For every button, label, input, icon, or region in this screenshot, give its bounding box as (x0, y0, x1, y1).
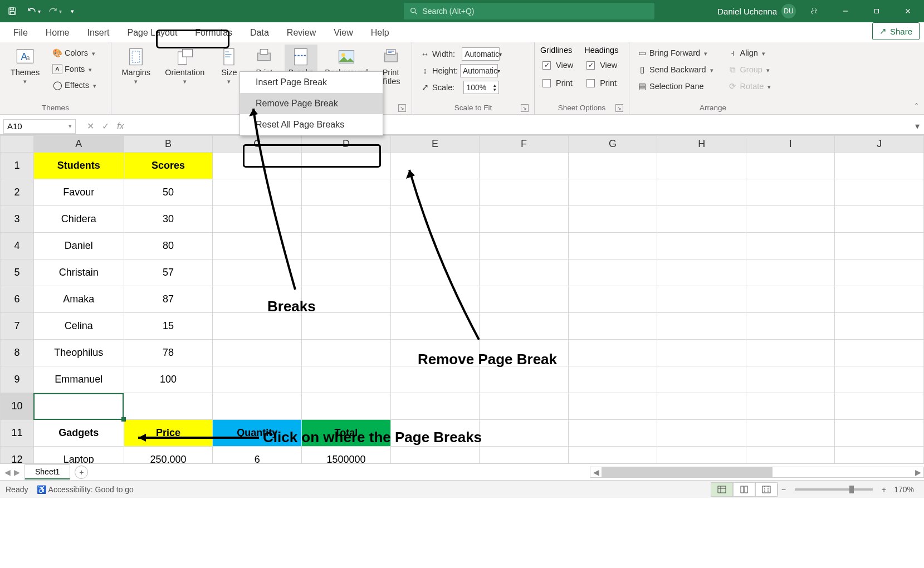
cell-D6[interactable] (302, 286, 391, 313)
fonts-button[interactable]: AFonts (50, 62, 99, 76)
cell-E7[interactable] (390, 313, 480, 340)
cell-B4[interactable]: 80 (124, 233, 213, 259)
row-header-7[interactable]: 7 (1, 313, 34, 340)
cell-G9[interactable] (568, 366, 657, 393)
row-header-1[interactable]: 1 (1, 153, 34, 179)
fx-icon[interactable]: fx (117, 121, 124, 131)
sheet-prev-icon[interactable]: ◀ (4, 468, 11, 477)
scale-spinner[interactable]: 100%▴▾ (463, 81, 499, 94)
cell-E10[interactable] (390, 393, 480, 420)
cell-J9[interactable] (835, 366, 924, 393)
cell-J8[interactable] (835, 340, 924, 366)
cell-I2[interactable] (746, 179, 835, 206)
user-account[interactable]: Daniel Uchenna DU (717, 4, 796, 18)
cell-D8[interactable] (302, 340, 391, 366)
headings-print-checkbox[interactable]: Print (584, 76, 619, 90)
cell-J4[interactable] (835, 233, 924, 259)
mode-switch-icon[interactable] (801, 0, 827, 22)
cell-I4[interactable] (746, 233, 835, 259)
cell-I11[interactable] (746, 420, 835, 447)
cell-G4[interactable] (568, 233, 657, 259)
tab-review[interactable]: Review (278, 23, 325, 42)
cell-B9[interactable]: 100 (124, 366, 213, 393)
enter-formula-icon[interactable]: ✓ (102, 121, 109, 131)
horizontal-scrollbar[interactable]: ◀ ▶ (590, 467, 924, 478)
view-page-layout-button[interactable] (733, 482, 755, 497)
cell-J3[interactable] (835, 206, 924, 233)
cell-I9[interactable] (746, 366, 835, 393)
row-header-10[interactable]: 10 (1, 393, 34, 420)
cell-H2[interactable] (657, 179, 746, 206)
tab-file[interactable]: File (4, 23, 37, 42)
cell-D11[interactable]: Total (302, 420, 391, 447)
cell-F2[interactable] (480, 179, 569, 206)
cell-D10[interactable] (302, 393, 391, 420)
cell-G8[interactable] (568, 340, 657, 366)
tab-data[interactable]: Data (241, 23, 278, 42)
align-button[interactable]: ⫞Align (726, 46, 774, 60)
row-header-8[interactable]: 8 (1, 340, 34, 366)
cell-A4[interactable]: Daniel (33, 233, 124, 259)
zoom-in-button[interactable]: + (878, 485, 889, 494)
row-header-3[interactable]: 3 (1, 206, 34, 233)
tab-formulas[interactable]: Formulas (186, 23, 241, 42)
cell-D1[interactable] (302, 153, 391, 179)
cell-A9[interactable]: Emmanuel (33, 366, 124, 393)
cell-I3[interactable] (746, 206, 835, 233)
margins-button[interactable]: Margins▾ (117, 45, 155, 87)
headings-view-checkbox[interactable]: View (584, 58, 619, 72)
cell-H11[interactable] (657, 420, 746, 447)
cell-F8[interactable] (480, 340, 569, 366)
row-header-5[interactable]: 5 (1, 259, 34, 286)
cell-C3[interactable] (213, 206, 302, 233)
cell-D4[interactable] (302, 233, 391, 259)
column-header-B[interactable]: B (124, 136, 213, 153)
zoom-level[interactable]: 170% (889, 485, 918, 494)
cell-B7[interactable]: 15 (124, 313, 213, 340)
cell-G12[interactable] (568, 447, 657, 464)
cell-F10[interactable] (480, 393, 569, 420)
sheet-next-icon[interactable]: ▶ (14, 468, 20, 477)
cell-F3[interactable] (480, 206, 569, 233)
tab-insert[interactable]: Insert (78, 23, 118, 42)
cell-J11[interactable] (835, 420, 924, 447)
selection-pane-button[interactable]: ▤Selection Pane (635, 79, 716, 94)
width-select[interactable]: Automatic▾ (462, 47, 500, 61)
view-normal-button[interactable] (711, 482, 733, 497)
sheet-options-launcher[interactable]: ↘ (615, 104, 623, 112)
cell-G10[interactable] (568, 393, 657, 420)
cell-E6[interactable] (390, 286, 480, 313)
cell-C10[interactable] (213, 393, 302, 420)
cell-H9[interactable] (657, 366, 746, 393)
cell-D2[interactable] (302, 179, 391, 206)
cell-G6[interactable] (568, 286, 657, 313)
row-header-6[interactable]: 6 (1, 286, 34, 313)
cell-C5[interactable] (213, 259, 302, 286)
cell-F4[interactable] (480, 233, 569, 259)
tab-view[interactable]: View (325, 23, 361, 42)
cell-A6[interactable]: Amaka (33, 286, 124, 313)
cell-E8[interactable] (390, 340, 480, 366)
cell-I10[interactable] (746, 393, 835, 420)
group-button[interactable]: ⧉Group (726, 62, 774, 77)
tab-page-layout[interactable]: Page Layout (118, 23, 186, 42)
cell-C4[interactable] (213, 233, 302, 259)
cell-F12[interactable] (480, 447, 569, 464)
column-header-I[interactable]: I (746, 136, 835, 153)
cell-I8[interactable] (746, 340, 835, 366)
cell-A8[interactable]: Theophilus (33, 340, 124, 366)
cell-B12[interactable]: 250,000 (124, 447, 213, 464)
expand-formula-bar-icon[interactable]: ▾ (915, 121, 920, 131)
cell-H4[interactable] (657, 233, 746, 259)
row-header-12[interactable]: 12 (1, 447, 34, 464)
cell-E4[interactable] (390, 233, 480, 259)
cell-C12[interactable]: 6 (213, 447, 302, 464)
scroll-thumb[interactable] (602, 467, 773, 477)
status-accessibility[interactable]: ♿ Accessibility: Good to go (37, 485, 133, 494)
search-box[interactable]: Search (Alt+Q) (404, 3, 654, 19)
cell-I12[interactable] (746, 447, 835, 464)
maximize-button[interactable] (864, 0, 889, 22)
cell-H10[interactable] (657, 393, 746, 420)
cell-H1[interactable] (657, 153, 746, 179)
cell-B10[interactable] (124, 393, 213, 420)
